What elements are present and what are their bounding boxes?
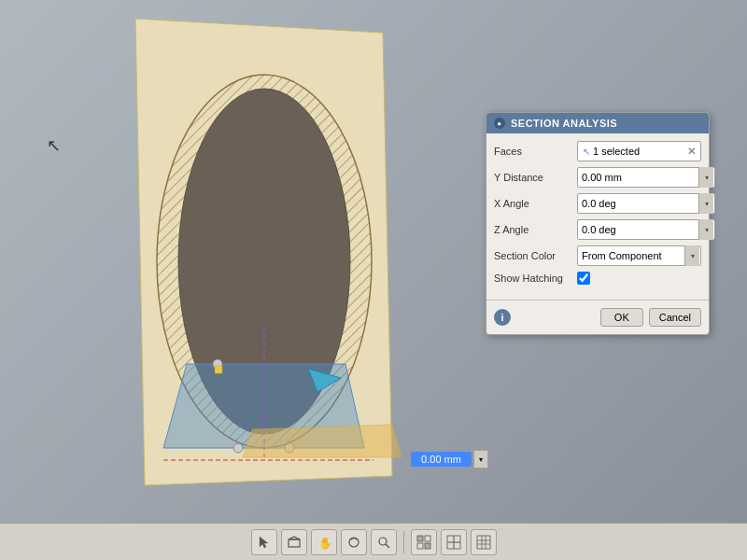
section-color-row: Section Color From Component Custom ▾ bbox=[494, 245, 701, 266]
x-angle-wrapper: ▾ bbox=[577, 193, 715, 214]
select-tool-button[interactable] bbox=[251, 529, 277, 555]
z-angle-wrapper: ▾ bbox=[577, 219, 715, 240]
svg-rect-29 bbox=[477, 536, 490, 549]
svg-marker-15 bbox=[260, 537, 268, 548]
svg-point-9 bbox=[233, 443, 243, 453]
x-angle-field[interactable] bbox=[577, 193, 715, 214]
z-angle-field[interactable] bbox=[577, 219, 715, 240]
cancel-button[interactable]: Cancel bbox=[649, 308, 701, 327]
show-hatching-checkbox[interactable] bbox=[577, 272, 590, 285]
pan-tool-icon: ✋ bbox=[317, 535, 331, 550]
y-distance-dropdown[interactable]: ▾ bbox=[473, 450, 488, 469]
y-distance-wrapper: ▾ bbox=[577, 167, 715, 188]
svg-text:✋: ✋ bbox=[318, 536, 331, 550]
panel-title: SECTION ANALYSIS bbox=[511, 118, 617, 129]
faces-clear-button[interactable]: ✕ bbox=[687, 146, 696, 158]
pan-tool-button[interactable]: ✋ bbox=[311, 529, 337, 555]
panel-body: Faces ↖ 1 selected ✕ Y Distance ▾ X Angl… bbox=[486, 133, 709, 298]
component-tool-button[interactable] bbox=[281, 529, 307, 555]
ok-button[interactable]: OK bbox=[600, 308, 643, 327]
svg-rect-25 bbox=[425, 543, 430, 549]
svg-rect-22 bbox=[417, 536, 423, 541]
panel-footer: i OK Cancel bbox=[486, 302, 709, 334]
svg-point-20 bbox=[379, 538, 387, 545]
faces-selected-text: 1 selected bbox=[593, 146, 640, 157]
svg-marker-17 bbox=[289, 537, 300, 539]
svg-rect-23 bbox=[425, 536, 430, 541]
toolbar-separator-1 bbox=[403, 531, 404, 553]
show-hatching-row: Show Hatching bbox=[494, 272, 701, 285]
svg-line-21 bbox=[386, 544, 389, 548]
z-angle-row: Z Angle ▾ bbox=[494, 219, 701, 240]
section-planes-button[interactable] bbox=[441, 529, 467, 555]
section-planes-icon bbox=[446, 535, 461, 550]
y-distance-input-overlay[interactable] bbox=[411, 452, 472, 467]
show-hatching-label: Show Hatching bbox=[494, 273, 573, 284]
component-tool-icon bbox=[287, 535, 302, 550]
3d-scene bbox=[0, 0, 448, 523]
panel-header-icon: ● bbox=[494, 118, 505, 129]
display-mode-icon bbox=[416, 535, 431, 550]
grid-tool-icon bbox=[476, 535, 491, 550]
x-angle-label: X Angle bbox=[494, 198, 573, 209]
svg-rect-24 bbox=[417, 543, 423, 549]
grid-tool-button[interactable] bbox=[471, 529, 497, 555]
panel-divider bbox=[486, 300, 709, 301]
svg-marker-12 bbox=[243, 425, 402, 457]
section-analysis-panel: ● SECTION ANALYSIS Faces ↖ 1 selected ✕ … bbox=[486, 112, 710, 335]
y-distance-overlay[interactable]: ▾ bbox=[411, 450, 488, 469]
zoom-tool-button[interactable] bbox=[371, 529, 397, 555]
x-angle-row: X Angle ▾ bbox=[494, 193, 701, 214]
faces-row: Faces ↖ 1 selected ✕ bbox=[494, 141, 701, 161]
select-tool-icon bbox=[257, 535, 272, 550]
display-mode-button[interactable] bbox=[411, 529, 437, 555]
z-angle-label: Z Angle bbox=[494, 224, 573, 235]
y-distance-row: Y Distance ▾ bbox=[494, 167, 701, 188]
faces-label: Faces bbox=[494, 146, 573, 157]
orbit-tool-icon bbox=[346, 535, 361, 550]
svg-rect-16 bbox=[289, 539, 300, 547]
cursor-icon: ↖ bbox=[583, 147, 590, 157]
y-distance-field[interactable] bbox=[577, 167, 715, 188]
orbit-tool-button[interactable] bbox=[341, 529, 367, 555]
toolbar: ✋ bbox=[0, 523, 747, 560]
section-color-wrapper: From Component Custom ▾ bbox=[577, 245, 701, 266]
y-distance-label: Y Distance bbox=[494, 172, 573, 183]
panel-header: ● SECTION ANALYSIS bbox=[486, 113, 709, 133]
svg-rect-14 bbox=[215, 366, 222, 373]
section-color-label: Section Color bbox=[494, 250, 573, 261]
faces-value[interactable]: ↖ 1 selected ✕ bbox=[577, 141, 701, 161]
section-color-select[interactable]: From Component Custom bbox=[577, 245, 701, 266]
info-button[interactable]: i bbox=[494, 309, 511, 326]
svg-point-19 bbox=[349, 538, 359, 547]
zoom-tool-icon bbox=[376, 535, 391, 550]
